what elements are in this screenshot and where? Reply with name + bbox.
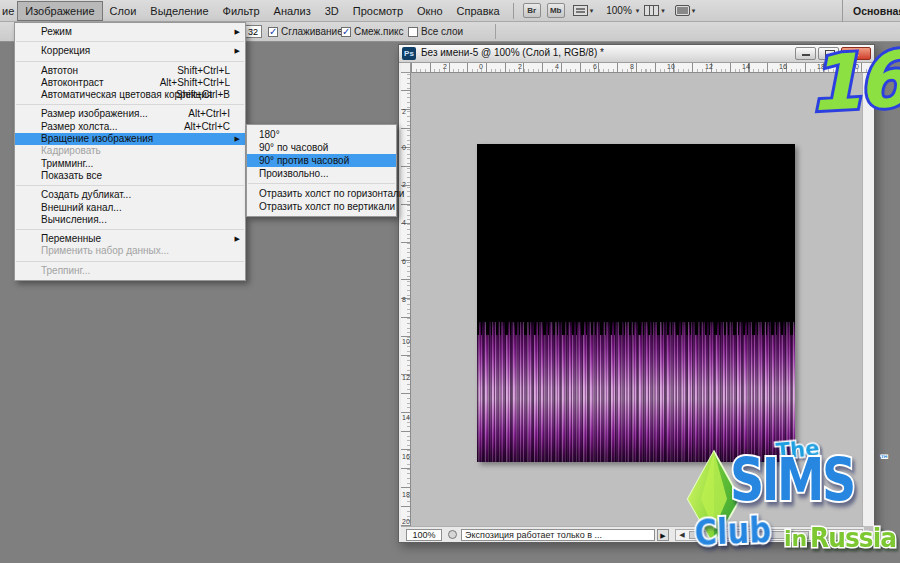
watermark-number: 16 <box>806 39 900 124</box>
menu-item-image-size[interactable]: Размер изображения...Alt+Ctrl+I <box>15 108 245 120</box>
ruler-number: 12 <box>705 63 713 70</box>
mini-bridge-button[interactable]: Mb <box>547 3 565 18</box>
submenu-item-flip-horizontal[interactable]: Отразить холст по горизонтали <box>247 187 396 200</box>
screen-mode-icon <box>675 5 690 16</box>
menu-item-trap: Треппинг... <box>15 265 245 277</box>
menu-item-calculations[interactable]: Вычисления... <box>15 214 245 226</box>
menu-item-crop: Кадрировать <box>15 145 245 157</box>
menu-item-auto-contrast[interactable]: АвтоконтрастAlt+Shift+Ctrl+L <box>15 77 245 89</box>
menu-item-help[interactable]: Справка <box>450 1 507 21</box>
ruler-number: 8 <box>630 63 634 70</box>
menu-item-apply-image[interactable]: Внешний канал... <box>15 202 245 214</box>
workspace-switcher[interactable]: Основная ра <box>842 0 900 22</box>
chevron-down-icon: ▾ <box>590 7 594 15</box>
ruler-number: 4 <box>555 63 559 70</box>
status-zoom-field[interactable]: 100% <box>406 529 442 541</box>
menu-item-trim[interactable]: Тримминг... <box>15 158 245 170</box>
menu-item-3d[interactable]: 3D <box>318 1 346 21</box>
menu-separator <box>16 104 244 105</box>
options-separator <box>495 24 496 39</box>
screen-mode-button[interactable]: ▾ <box>675 5 696 16</box>
canvas-image[interactable] <box>477 144 795 462</box>
status-expand-button[interactable]: ▶ <box>657 529 669 541</box>
shortcut-label: Shift+Ctrl+B <box>176 89 230 101</box>
menu-separator <box>16 61 244 62</box>
bridge-button[interactable]: Br <box>523 3 541 18</box>
logo-in-text: in <box>784 526 807 551</box>
arrange-documents-icon <box>644 5 659 16</box>
submenu-arrow-icon: ▶ <box>235 26 240 38</box>
submenu-item-90-ccw[interactable]: 90° против часовой <box>247 154 396 167</box>
menu-item-filter[interactable]: Фильтр <box>216 1 267 21</box>
submenu-item-90-cw[interactable]: 90° по часовой <box>247 141 396 154</box>
menu-item-layers[interactable]: Слои <box>103 1 144 21</box>
view-extras-icon <box>573 5 588 16</box>
menu-item-auto-color[interactable]: Автоматическая цветовая коррекцияShift+C… <box>15 89 245 101</box>
antialias-label: Сглаживание <box>281 26 343 37</box>
image-rotation-submenu: 180° 90° по часовой 90° против часовой П… <box>246 124 397 217</box>
ruler-number: 14 <box>402 414 410 421</box>
all-layers-checkbox[interactable]: Все слои <box>408 26 463 37</box>
image-menu-dropdown: Режим▶ Коррекция▶ АвтотонShift+Ctrl+L Ав… <box>14 22 246 281</box>
menu-item-adjustments[interactable]: Коррекция▶ <box>15 45 245 57</box>
ruler-number: 14 <box>742 63 750 70</box>
menu-item-mode[interactable]: Режим▶ <box>15 26 245 38</box>
menu-item-reveal-all[interactable]: Показать все <box>15 170 245 182</box>
menu-item-view[interactable]: Просмотр <box>346 1 410 21</box>
ruler-number: 10 <box>667 63 675 70</box>
ruler-number: 20 <box>402 518 410 525</box>
logo-sims-text: SIMS <box>730 450 854 510</box>
ruler-number: 2 <box>518 63 522 70</box>
menu-item-select[interactable]: Выделение <box>143 1 215 21</box>
menu-separator <box>16 261 244 262</box>
menu-item-apply-data-set: Применить набор данных... <box>15 245 245 257</box>
photoshop-document-icon: Ps <box>402 47 416 60</box>
submenu-item-flip-vertical[interactable]: Отразить холст по вертикали <box>247 200 396 213</box>
ruler-number: 16 <box>779 63 787 70</box>
menu-item-duplicate[interactable]: Создать дубликат... <box>15 189 245 201</box>
contiguous-checkbox[interactable]: Смеж.пикс <box>341 26 404 37</box>
status-info-icon <box>448 530 457 539</box>
menu-item-clipped[interactable]: ие <box>0 1 17 21</box>
menu-item-image-rotation[interactable]: Вращение изображения▶ <box>15 133 245 145</box>
view-extras-button[interactable]: ▾ <box>573 5 594 16</box>
menu-item-analysis[interactable]: Анализ <box>267 1 318 21</box>
menu-item-image[interactable]: Изображение <box>17 1 102 21</box>
ruler-number: 2 <box>402 108 406 115</box>
shortcut-label: Alt+Ctrl+C <box>184 121 230 133</box>
tolerance-input[interactable] <box>244 25 262 38</box>
vertical-ruler: 2 0 2 4 6 8 10 12 14 16 18 20 <box>401 73 411 526</box>
ruler-number: 16 <box>402 453 410 460</box>
contiguous-label: Смеж.пикс <box>354 26 404 37</box>
submenu-arrow-icon: ▶ <box>235 45 240 57</box>
logo-russia-text: Russia <box>810 522 896 553</box>
ruler-corner <box>401 63 411 73</box>
ruler-number: 2 <box>443 63 447 70</box>
submenu-item-arbitrary[interactable]: Произвольно... <box>247 167 396 180</box>
menu-separator <box>16 185 244 186</box>
zoom-level-button[interactable]: 100% <box>606 5 632 16</box>
arrange-documents-button[interactable]: ▾ <box>644 5 665 16</box>
checkbox-checked-icon <box>341 27 351 37</box>
checkbox-unchecked-icon <box>408 27 418 37</box>
sims-club-logo: The SIMS ™ Club in Russia <box>680 438 900 563</box>
ruler-number: 18 <box>402 491 410 498</box>
chevron-down-icon: ▾ <box>692 7 696 15</box>
menu-item-auto-tone[interactable]: АвтотонShift+Ctrl+L <box>15 65 245 77</box>
antialias-checkbox[interactable]: Сглаживание <box>268 26 343 37</box>
status-message: Экспозиция работает только в ... <box>461 529 655 541</box>
submenu-arrow-icon: ▶ <box>235 133 240 145</box>
document-title-bar[interactable]: Ps Без имени-5 @ 100% (Слой 1, RGB/8) * … <box>399 45 874 63</box>
menu-separator <box>248 183 395 184</box>
ruler-number: 0 <box>402 144 406 151</box>
menu-item-variables[interactable]: Переменные▶ <box>15 233 245 245</box>
menu-bar: ие Изображение Слои Выделение Фильтр Ана… <box>0 0 900 22</box>
menu-item-canvas-size[interactable]: Размер холста...Alt+Ctrl+C <box>15 121 245 133</box>
shortcut-label: Shift+Ctrl+L <box>177 65 230 77</box>
document-title: Без имени-5 @ 100% (Слой 1, RGB/8) * <box>421 47 604 58</box>
menu-item-window[interactable]: Окно <box>410 1 450 21</box>
submenu-item-180[interactable]: 180° <box>247 128 396 141</box>
menu-separator <box>16 41 244 42</box>
shortcut-label: Alt+Shift+Ctrl+L <box>160 77 230 89</box>
ruler-number: 0 <box>479 63 483 70</box>
